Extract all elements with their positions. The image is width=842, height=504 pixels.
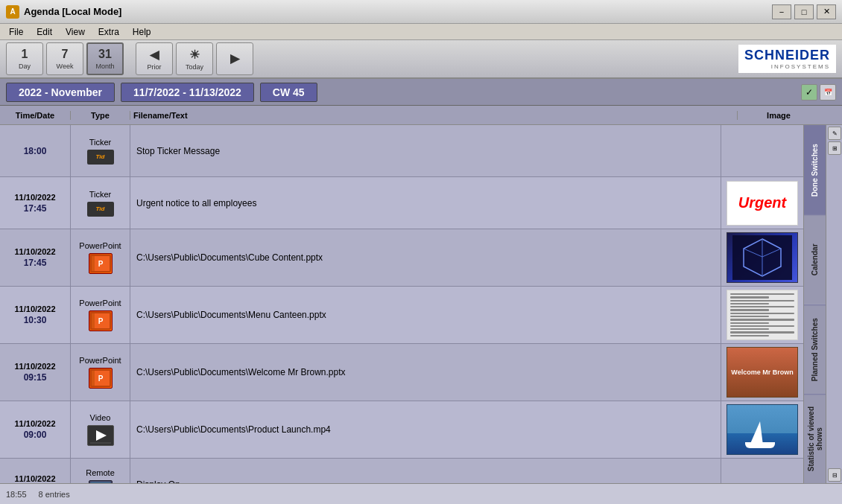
svg-text:P: P — [98, 374, 103, 383]
table-row[interactable]: 11/10/2022 10:30 PowerPoint P C:\Users\P… — [0, 287, 803, 344]
type-label-4: PowerPoint — [79, 299, 121, 307]
svg-text:P: P — [98, 260, 103, 268]
day-label: Day — [19, 63, 31, 70]
date-value-7: 11/10/2022 — [14, 474, 55, 483]
calendar-icon[interactable]: 📅 — [820, 84, 836, 101]
cell-filename-6: C:\Users\Public\Documents\Product Launch… — [130, 401, 721, 458]
menu-line-2 — [730, 296, 769, 298]
table-row[interactable]: 11/10/2022 17:45 Ticker Tid Urgent notic… — [0, 177, 803, 229]
today-button[interactable]: ☀ Today — [176, 42, 213, 75]
panel-icon-2[interactable]: ⊞ — [828, 141, 841, 155]
panel-icon-1[interactable]: ✎ — [828, 127, 841, 140]
filename-text-7: Display On — [136, 479, 180, 484]
menu-view[interactable]: View — [60, 25, 91, 39]
today-label: Today — [186, 63, 203, 71]
table-area[interactable]: 18:00 Ticker Tid Stop Ticker Message 11/… — [0, 125, 803, 483]
svg-rect-21 — [90, 482, 111, 484]
cell-type-1: Ticker Tid — [71, 125, 130, 176]
type-label-3: PowerPoint — [79, 241, 121, 250]
cell-type-7: Remote — [71, 459, 130, 483]
col-header-time: Time/Date — [0, 111, 71, 120]
cell-filename-3: C:\Users\Public\Documents\Cube Content.p… — [130, 229, 721, 286]
cell-time-3: 11/10/2022 17:45 — [0, 229, 71, 286]
today-icon: ☀ — [189, 48, 200, 62]
filename-text-3: C:\Users\Public\Documents\Cube Content.p… — [136, 252, 323, 263]
restore-button[interactable]: □ — [794, 4, 814, 19]
cell-image-3 — [721, 229, 803, 286]
time-value-4: 10:30 — [24, 315, 47, 325]
cell-image-7 — [721, 459, 803, 483]
calendar-header: 2022 - November 11/7/2022 - 11/13/2022 C… — [0, 79, 842, 106]
menu-line-4 — [730, 303, 769, 304]
close-button[interactable]: ✕ — [817, 4, 836, 19]
month-label: Month — [95, 63, 114, 70]
thumbnail-welcome: Welcome Mr Brown — [727, 347, 798, 398]
week-icon: 7 — [62, 48, 69, 61]
table-row[interactable]: 11/10/2022 09:00 Video C:\Users\Public\D… — [0, 401, 803, 459]
month-icon: 31 — [98, 48, 112, 61]
cell-type-4: PowerPoint P — [71, 287, 130, 343]
sidebar-tab-statistic[interactable]: Statistic of viewed shows — [804, 394, 826, 483]
menu-line-11 — [730, 325, 794, 327]
menu-edit[interactable]: Edit — [31, 25, 58, 39]
type-label-5: PowerPoint — [79, 356, 121, 365]
menu-help[interactable]: Help — [127, 25, 157, 39]
cell-filename-7: Display On — [130, 459, 721, 483]
next-button[interactable]: ▶ — [216, 42, 253, 75]
cell-image-4 — [721, 287, 803, 343]
sidebar-tab-planned-switches[interactable]: Planned Switches — [804, 304, 826, 394]
sidebar-tab-done-switches[interactable]: Done Switches — [804, 125, 826, 214]
prior-button[interactable]: ◀ Prior — [136, 42, 173, 75]
welcome-text: Welcome Mr Brown — [731, 369, 793, 376]
menu-line-10 — [730, 322, 769, 324]
title-bar-controls: − □ ✕ — [772, 4, 836, 19]
menu-line-6 — [730, 309, 769, 310]
cell-image-2: Urgent — [721, 177, 803, 229]
day-button[interactable]: 1 Day — [6, 42, 43, 75]
menu-bar: File Edit View Extra Help — [0, 24, 842, 40]
filename-text-2: Urgent notice to all employees — [136, 198, 256, 208]
date-value-6: 11/10/2022 — [14, 419, 55, 428]
filename-text-6: C:\Users\Public\Documents\Product Launch… — [136, 424, 331, 435]
menu-line-12 — [730, 328, 769, 330]
cell-type-5: PowerPoint P — [71, 344, 130, 401]
menu-line-8 — [730, 316, 769, 317]
next-icon: ▶ — [230, 51, 239, 66]
video-icon-6 — [87, 425, 114, 446]
status-entries: 8 entries — [39, 490, 70, 499]
cell-time-2: 11/10/2022 17:45 — [0, 177, 71, 229]
boat-hull — [745, 442, 775, 448]
table-row[interactable]: 11/10/2022 08:10 Remote Display On — [0, 459, 803, 483]
ticker-icon-1: Tid — [87, 150, 114, 165]
table-row[interactable]: 11/10/2022 09:15 PowerPoint P C:\Users\P… — [0, 344, 803, 401]
menu-file[interactable]: File — [3, 25, 29, 39]
toolbar: 1 Day 7 Week 31 Month ◀ Prior ☀ Today ▶ … — [0, 40, 842, 79]
cell-time-4: 11/10/2022 10:30 — [0, 287, 71, 343]
cell-time-6: 11/10/2022 09:00 — [0, 401, 71, 458]
check-icon[interactable]: ✓ — [801, 84, 817, 101]
cell-image-5: Welcome Mr Brown — [721, 344, 803, 401]
prior-icon: ◀ — [150, 48, 159, 62]
table-row[interactable]: 18:00 Ticker Tid Stop Ticker Message — [0, 125, 803, 177]
type-label-7: Remote — [86, 468, 115, 477]
app-icon: A — [6, 5, 19, 19]
week-button[interactable]: 7 Week — [46, 42, 83, 75]
minimize-button[interactable]: − — [772, 4, 791, 19]
column-headers: Time/Date Type Filename/Text Image — [0, 106, 842, 125]
ppt-icon-4: P — [89, 310, 113, 331]
menu-line-5 — [730, 306, 794, 307]
panel-icon-3[interactable]: ⊟ — [828, 468, 841, 482]
status-time: 18:55 — [6, 490, 27, 499]
thumbnail-boat — [727, 404, 798, 455]
day-icon: 1 — [22, 48, 28, 61]
cell-time-7: 11/10/2022 08:10 — [0, 459, 71, 483]
month-button[interactable]: 31 Month — [86, 42, 124, 75]
table-row[interactable]: 11/10/2022 17:45 PowerPoint P C:\Users\P… — [0, 229, 803, 287]
col-header-image: Image — [738, 111, 820, 120]
logo-area: SCHNEIDER INFOSYSTEMS — [738, 45, 836, 73]
menu-line-14 — [730, 335, 769, 336]
cell-time-5: 11/10/2022 09:15 — [0, 344, 71, 401]
menu-extra[interactable]: Extra — [92, 25, 125, 39]
sidebar-tab-calendar[interactable]: Calendar — [804, 214, 826, 304]
right-sidebar: Done Switches Calendar Planned Switches … — [803, 125, 826, 483]
